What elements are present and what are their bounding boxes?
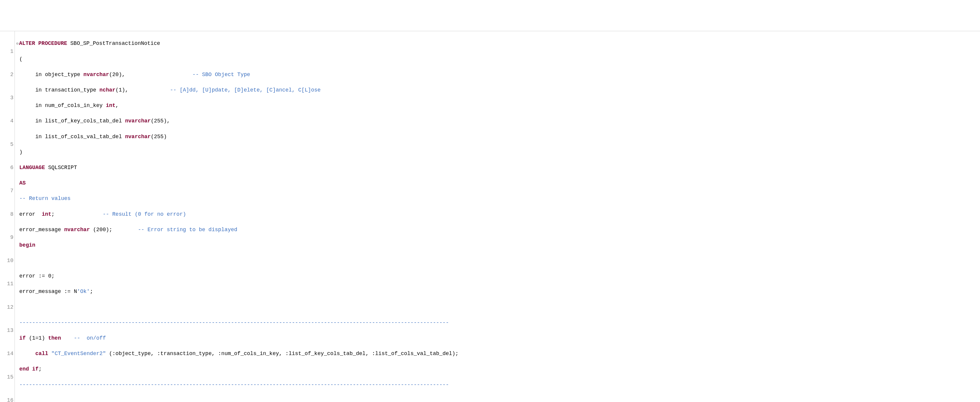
- code-line[interactable]: in num_of_cols_in_key int,: [16, 102, 980, 109]
- line-number: 2: [1, 71, 13, 78]
- code-line[interactable]: [16, 396, 980, 402]
- line-number: 16: [1, 396, 13, 402]
- code-line[interactable]: [16, 303, 980, 311]
- code-line[interactable]: if (1=1) then -- on/off: [16, 334, 980, 342]
- code-line[interactable]: in list_of_key_cols_tab_del nvarchar(255…: [16, 117, 980, 125]
- code-line[interactable]: in object_type nvarchar(20), -- SBO Obje…: [16, 71, 980, 78]
- code-line[interactable]: in list_of_cols_val_tab_del nvarchar(255…: [16, 133, 980, 140]
- code-area[interactable]: ⊖ALTER PROCEDURE SBO_SP_PostTransactionN…: [15, 31, 980, 402]
- line-number: 4: [1, 117, 13, 125]
- line-number: 9: [1, 233, 13, 241]
- line-number: 7: [1, 187, 13, 195]
- code-line[interactable]: end if;: [16, 365, 980, 373]
- code-line[interactable]: error_message := N'Ok';: [16, 288, 980, 295]
- line-number: 6: [1, 164, 13, 171]
- line-number: 1: [1, 48, 13, 55]
- code-line[interactable]: (: [16, 55, 980, 63]
- code-editor: 1 2 3 4 5 6 7 8 9 10 11 12 13 14 15 16 1…: [0, 31, 980, 402]
- code-line[interactable]: LANGUAGE SQLSCRIPT: [16, 164, 980, 171]
- code-line[interactable]: ⊖ALTER PROCEDURE SBO_SP_PostTransactionN…: [16, 40, 980, 47]
- code-line[interactable]: ----------------------------------------…: [16, 381, 980, 389]
- fold-icon[interactable]: ⊖: [16, 41, 19, 47]
- line-number: 13: [1, 327, 13, 334]
- line-number: 10: [1, 257, 13, 265]
- line-number: 11: [1, 280, 13, 288]
- code-line[interactable]: ): [16, 148, 980, 156]
- line-number: 12: [1, 303, 13, 311]
- code-line[interactable]: call "CT_EventSender2" (:object_type, :t…: [16, 350, 980, 357]
- line-number-gutter: 1 2 3 4 5 6 7 8 9 10 11 12 13 14 15 16 1…: [0, 31, 15, 402]
- code-line[interactable]: [16, 257, 980, 265]
- line-number: 5: [1, 140, 13, 148]
- code-line[interactable]: in transaction_type nchar(1), -- [A]dd, …: [16, 86, 980, 94]
- line-number: 8: [1, 211, 13, 218]
- code-line[interactable]: begin: [16, 241, 980, 249]
- code-line[interactable]: ----------------------------------------…: [16, 319, 980, 327]
- code-line[interactable]: error_message nvarchar (200); -- Error s…: [16, 226, 980, 233]
- code-line[interactable]: error := 0;: [16, 272, 980, 280]
- code-line[interactable]: AS: [16, 179, 980, 187]
- line-number: 15: [1, 373, 13, 381]
- code-line[interactable]: error int; -- Result (0 for no error): [16, 211, 980, 218]
- code-line[interactable]: -- Return values: [16, 195, 980, 203]
- line-number: 14: [1, 350, 13, 357]
- line-number: 3: [1, 94, 13, 102]
